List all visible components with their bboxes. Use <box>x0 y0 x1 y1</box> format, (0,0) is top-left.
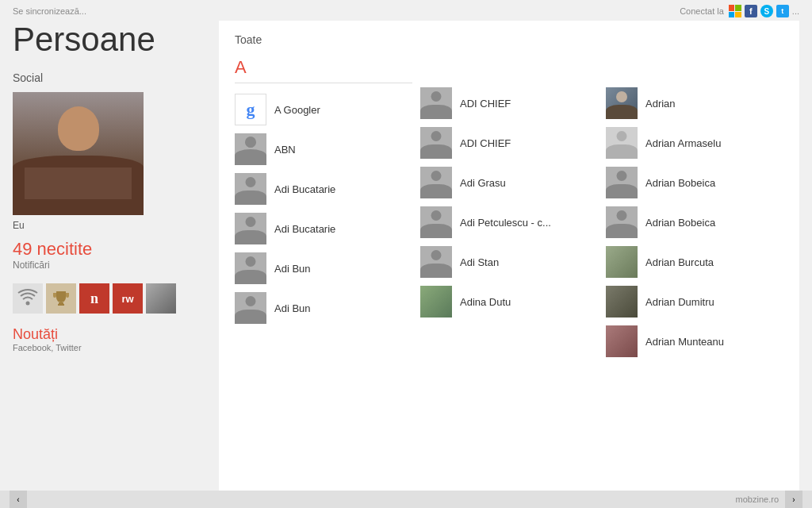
left-panel: Persoane Social Eu 49 necitite Notificăr… <box>13 21 219 505</box>
contact-name: Adi Petculescu - c... <box>460 217 551 229</box>
microsoft-icon[interactable] <box>729 5 741 17</box>
contact-avatar <box>606 127 638 159</box>
contact-avatar <box>235 173 266 205</box>
connected-label: Conectat la <box>680 6 724 16</box>
top-bar: Se sincronizează... Conectat la f S t ..… <box>0 0 812 21</box>
notif-count[interactable]: 49 necitite <box>13 239 203 260</box>
contact-avatar <box>420 127 452 159</box>
icon-strip-trophy[interactable] <box>46 283 76 314</box>
contact-name: Adina Dutu <box>460 296 511 308</box>
column-2: ADI CHIEF ADI CHIEF Adi Gras <box>420 54 606 361</box>
contact-name: Adrian <box>645 98 676 110</box>
contact-item[interactable]: Adrian Bobeica <box>606 163 783 202</box>
contact-avatar <box>420 246 452 278</box>
contact-name: Adrian Bobeica <box>645 177 715 189</box>
contact-item[interactable]: Adrian <box>606 83 783 123</box>
contacts-area: A g A Googler ABN <box>235 54 783 361</box>
main-content: Persoane Social Eu 49 necitite Notificăr… <box>0 21 812 505</box>
contact-item[interactable]: Adrian Munteanu <box>606 321 783 361</box>
eu-label: Eu <box>13 220 203 231</box>
profile-photo-wrapper[interactable] <box>13 92 144 215</box>
facebook-icon[interactable]: f <box>745 5 757 17</box>
contact-name: Adrian Burcuta <box>645 256 714 268</box>
contact-item[interactable]: g A Googler <box>235 90 412 129</box>
skype-icon[interactable]: S <box>760 5 773 17</box>
contact-avatar: g <box>235 94 266 125</box>
contact-item[interactable]: Adi Bucatarie <box>235 209 412 248</box>
contact-item[interactable]: Adi Bucatarie <box>235 169 412 209</box>
wifi-icon <box>17 287 39 310</box>
contact-avatar <box>235 133 266 165</box>
page-title: Persoane <box>13 21 203 59</box>
contact-name: ABN <box>274 144 296 156</box>
google-icon: g <box>247 99 255 120</box>
contact-item[interactable]: Adi Bun <box>235 248 412 288</box>
contact-name: Adrian Armaselu <box>645 137 721 149</box>
contact-avatar <box>420 87 452 119</box>
contact-name: A Googler <box>274 104 320 116</box>
contact-name: Adrian Bobeica <box>645 217 715 229</box>
contact-item[interactable]: Adina Dutu <box>420 282 598 321</box>
contact-avatar <box>420 206 452 238</box>
contact-item[interactable]: ADI CHIEF <box>420 83 598 123</box>
contact-item[interactable]: Adi Petculescu - c... <box>420 202 598 242</box>
contact-avatar <box>420 286 452 318</box>
contact-avatar <box>235 213 266 244</box>
connected-area: Conectat la f S t ... <box>680 5 799 17</box>
contact-avatar <box>235 252 266 284</box>
scroll-right-button[interactable]: › <box>785 491 802 508</box>
icon-strip: n rw <box>13 283 203 314</box>
contact-name: Adrian Dumitru <box>645 296 714 308</box>
toate-label: Toate <box>235 33 783 46</box>
contact-name: Adi Bucatarie <box>274 223 335 235</box>
svg-rect-1 <box>58 304 64 306</box>
contact-item[interactable]: Adi Bun <box>235 288 412 328</box>
trophy-icon <box>52 289 71 308</box>
contact-avatar <box>420 167 452 198</box>
contact-item[interactable]: ABN <box>235 129 412 169</box>
contact-name: Adi Bun <box>274 263 311 275</box>
contact-name: Adi Bun <box>274 302 311 314</box>
icon-strip-photo[interactable] <box>146 283 176 314</box>
sync-status: Se sincronizează... <box>13 6 86 16</box>
contact-item[interactable]: ADI CHIEF <box>420 123 598 163</box>
social-label: Social <box>13 71 203 84</box>
social-icons: f S t ... <box>729 5 799 17</box>
icon-strip-rw[interactable]: rw <box>113 283 143 314</box>
noutati-label[interactable]: Noutăți <box>13 326 203 343</box>
contact-item[interactable]: Adrian Dumitru <box>606 282 783 321</box>
contact-avatar <box>606 167 638 198</box>
contact-avatar <box>235 292 266 324</box>
svg-point-0 <box>26 302 30 306</box>
contact-avatar <box>606 206 638 238</box>
scroll-left-button[interactable]: ‹ <box>10 491 27 508</box>
contact-name: Adi Stan <box>460 256 499 268</box>
contact-name: Adrian Munteanu <box>645 336 724 348</box>
contact-name: ADI CHIEF <box>460 98 511 110</box>
contact-avatar <box>606 87 638 119</box>
contact-name: Adi Bucatarie <box>274 183 335 195</box>
icon-strip-wifi[interactable] <box>13 283 43 314</box>
contact-item[interactable]: Adi Grasu <box>420 163 598 202</box>
contact-item[interactable]: Adrian Bobeica <box>606 202 783 242</box>
notif-label: Notificări <box>13 260 203 271</box>
contact-name: Adi Grasu <box>460 177 506 189</box>
contact-item[interactable]: Adrian Burcuta <box>606 242 783 282</box>
noutati-sub: Facebook, Twitter <box>13 343 203 352</box>
more-icon[interactable]: ... <box>792 6 799 16</box>
twitter-icon[interactable]: t <box>776 5 789 17</box>
contact-name: ADI CHIEF <box>460 137 511 149</box>
contact-avatar <box>606 246 638 278</box>
watermark: mobzine.ro <box>736 495 779 504</box>
icon-strip-n[interactable]: n <box>79 283 109 314</box>
contact-avatar <box>606 325 638 357</box>
column-1: A g A Googler ABN <box>235 54 420 361</box>
contact-item[interactable]: Adi Stan <box>420 242 598 282</box>
noutati-section[interactable]: Noutăți Facebook, Twitter <box>13 326 203 352</box>
contact-avatar <box>606 286 638 318</box>
column-3: Adrian Adrian Armaselu Adria <box>606 54 783 361</box>
bottom-bar: ‹ mobzine.ro › <box>0 491 812 508</box>
section-letter: A <box>235 54 412 83</box>
right-panel: Toate A g A Googler AB <box>219 21 799 505</box>
contact-item[interactable]: Adrian Armaselu <box>606 123 783 163</box>
